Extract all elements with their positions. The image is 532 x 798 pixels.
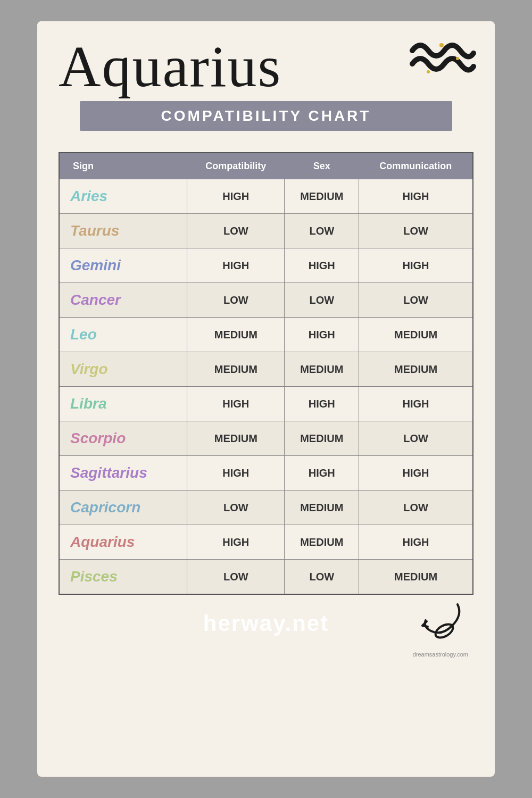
compatibility-cell: LOW: [187, 560, 285, 594]
communication-cell: HIGH: [359, 456, 472, 491]
sex-cell: MEDIUM: [285, 421, 359, 456]
sign-cell: Scorpio: [60, 421, 187, 456]
table-row: ScorpioMEDIUMMEDIUMLOW: [60, 421, 472, 456]
compatibility-table-container: Sign Compatibility Sex Communication Ari…: [59, 152, 473, 595]
subtitle-bar: COMPATIBILITY CHART: [80, 101, 452, 131]
compatibility-cell: MEDIUM: [187, 421, 285, 456]
sex-cell: HIGH: [285, 456, 359, 491]
compatibility-cell: HIGH: [187, 525, 285, 560]
table-row: CancerLOWLOWLOW: [60, 283, 472, 318]
compatibility-cell: LOW: [187, 214, 285, 248]
sex-cell: LOW: [285, 283, 359, 318]
col-communication: Communication: [359, 153, 472, 179]
compatibility-cell: LOW: [187, 491, 285, 525]
sign-cell: Cancer: [60, 283, 187, 318]
compatibility-cell: MEDIUM: [187, 318, 285, 352]
svg-point-2: [427, 70, 430, 73]
table-row: TaurusLOWLOWLOW: [60, 214, 472, 248]
communication-cell: MEDIUM: [359, 318, 472, 352]
sign-cell: Libra: [60, 387, 187, 421]
communication-cell: HIGH: [359, 525, 472, 560]
sex-cell: MEDIUM: [285, 491, 359, 525]
table-row: VirgoMEDIUMMEDIUMMEDIUM: [60, 352, 472, 387]
table-header-row: Sign Compatibility Sex Communication: [60, 153, 472, 179]
sign-cell: Taurus: [60, 214, 187, 248]
compatibility-cell: HIGH: [187, 248, 285, 283]
table-row: PiscesLOWLOWMEDIUM: [60, 560, 472, 594]
communication-cell: LOW: [359, 421, 472, 456]
sex-cell: HIGH: [285, 318, 359, 352]
sign-cell: Virgo: [60, 352, 187, 387]
header: Aquarius COMPATIBILITY CHART: [37, 21, 495, 136]
svg-point-1: [456, 57, 459, 60]
subtitle-text: COMPATIBILITY CHART: [161, 107, 371, 124]
aquarius-symbol-icon: [407, 35, 476, 88]
table-row: SagittariusHIGHHIGHHIGH: [60, 456, 472, 491]
compatibility-cell: HIGH: [187, 387, 285, 421]
sign-cell: Aquarius: [60, 525, 187, 560]
sign-cell: Gemini: [60, 248, 187, 283]
svg-point-0: [439, 43, 444, 47]
table-row: GeminiHIGHHIGHHIGH: [60, 248, 472, 283]
compatibility-cell: MEDIUM: [187, 352, 285, 387]
communication-cell: HIGH: [359, 248, 472, 283]
compatibility-cell: LOW: [187, 283, 285, 318]
sex-cell: MEDIUM: [285, 179, 359, 214]
sign-cell: Pisces: [60, 560, 187, 594]
sign-cell: Leo: [60, 318, 187, 352]
compatibility-cell: HIGH: [187, 456, 285, 491]
communication-cell: MEDIUM: [359, 560, 472, 594]
attribution-text: dreamsastrology.com: [413, 651, 468, 658]
sex-cell: MEDIUM: [285, 525, 359, 560]
table-row: AquariusHIGHMEDIUMHIGH: [60, 525, 472, 560]
communication-cell: LOW: [359, 214, 472, 248]
sign-cell: Capricorn: [60, 491, 187, 525]
sex-cell: HIGH: [285, 248, 359, 283]
compatibility-cell: HIGH: [187, 179, 285, 214]
communication-cell: LOW: [359, 283, 472, 318]
communication-cell: HIGH: [359, 387, 472, 421]
table-row: LeoMEDIUMHIGHMEDIUM: [60, 318, 472, 352]
sign-cell: Sagittarius: [60, 456, 187, 491]
sign-cell: Aries: [60, 179, 187, 214]
sex-cell: LOW: [285, 214, 359, 248]
sex-cell: LOW: [285, 560, 359, 594]
table-row: CapricornLOWMEDIUMLOW: [60, 491, 472, 525]
sex-cell: HIGH: [285, 387, 359, 421]
col-compatibility: Compatibility: [187, 153, 285, 179]
communication-cell: MEDIUM: [359, 352, 472, 387]
communication-cell: LOW: [359, 491, 472, 525]
main-card: Aquarius COMPATIBILITY CHART Sign Compat…: [37, 21, 495, 777]
swirl-icon: [415, 599, 468, 642]
compatibility-table: Sign Compatibility Sex Communication Ari…: [60, 153, 472, 594]
col-sign: Sign: [60, 153, 187, 179]
table-row: AriesHIGHMEDIUMHIGH: [60, 179, 472, 214]
table-row: LibraHIGHHIGHHIGH: [60, 387, 472, 421]
col-sex: Sex: [285, 153, 359, 179]
footer: herway.net dreamsastrology.com: [37, 595, 495, 642]
sex-cell: MEDIUM: [285, 352, 359, 387]
communication-cell: HIGH: [359, 179, 472, 214]
